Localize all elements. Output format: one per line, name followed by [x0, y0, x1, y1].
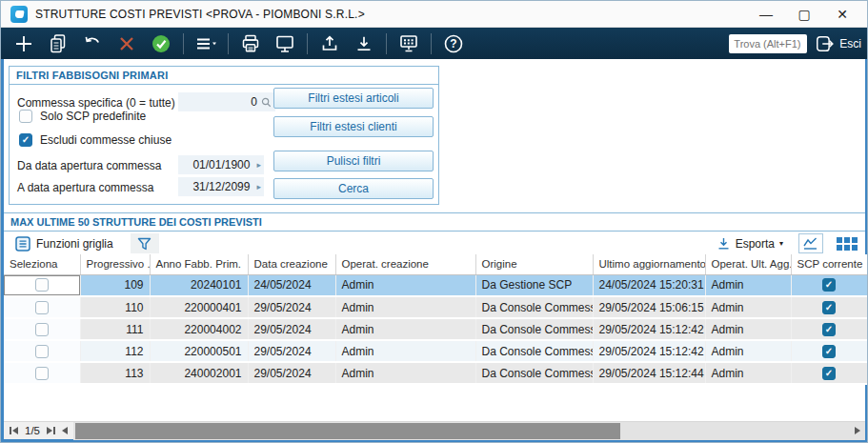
- delete-icon[interactable]: [110, 30, 144, 57]
- scp-corrente-checkbox[interactable]: [822, 301, 836, 314]
- undo-icon[interactable]: [75, 30, 110, 57]
- screen-icon[interactable]: [268, 30, 302, 57]
- copy-icon[interactable]: [41, 30, 75, 57]
- grid-section-title: MAX ULTIME 50 STRUTTURE DEI COSTI PREVIS…: [4, 212, 865, 232]
- col-operat-creazione[interactable]: Operat. creazione: [335, 254, 475, 274]
- col-seleziona[interactable]: Seleziona: [4, 254, 80, 274]
- commessa-label: Commessa specifica (0 = tutte): [17, 96, 175, 110]
- grid-functions-icon: [15, 236, 30, 252]
- search-icon[interactable]: [261, 97, 272, 108]
- cell-progressivo: 110: [80, 296, 150, 318]
- row-select-checkbox[interactable]: [35, 345, 49, 358]
- cell-ultimo-aggiornamento: 24/05/2024 15:20:31: [593, 274, 705, 296]
- cell-ultimo-aggiornamento: 29/05/2024 15:06:15: [593, 296, 705, 318]
- esporta-button[interactable]: Esporta ▾: [717, 237, 783, 251]
- pagination-bar: 1/5: [4, 421, 865, 439]
- table-row[interactable]: 11022000040129/05/2024AdminDa Console Co…: [4, 296, 867, 318]
- cell-scp-corrente: [791, 274, 867, 296]
- menu-icon[interactable]: [189, 30, 223, 57]
- col-scp-corrente[interactable]: SCP corrente: [791, 254, 867, 274]
- table-row[interactable]: 1092024010124/05/2024AdminDa Gestione SC…: [4, 274, 867, 296]
- table-row[interactable]: 11122000400229/05/2024AdminDa Console Co…: [4, 318, 867, 340]
- col-progressivo[interactable]: Progressivo ..: [80, 254, 150, 274]
- scp-corrente-checkbox[interactable]: [822, 367, 836, 380]
- new-icon[interactable]: [7, 30, 41, 57]
- help-icon[interactable]: ?: [436, 30, 471, 57]
- grid-toolbar: Funzioni griglia Esporta ▾: [4, 232, 865, 254]
- close-icon[interactable]: ✕: [823, 2, 861, 27]
- cell-scp-corrente: [791, 296, 867, 318]
- da-data-label: Da data apertura commessa: [17, 159, 161, 172]
- upload-icon[interactable]: [313, 30, 347, 57]
- cell-progressivo: 112: [80, 340, 150, 362]
- cell-operat-ult-agg: Admin: [705, 318, 791, 340]
- table-row[interactable]: 11324000200129/05/2024AdminDa Console Co…: [4, 362, 867, 384]
- cell-scp-corrente: [791, 340, 867, 362]
- funzioni-griglia-button[interactable]: Funzioni griglia: [11, 234, 117, 253]
- cell-operat-creazione: Admin: [335, 274, 475, 296]
- table-row[interactable]: 11222000050129/05/2024AdminDa Console Co…: [4, 340, 867, 362]
- cell-data-creazione: 29/05/2024: [248, 318, 335, 340]
- da-data-dropdown-icon[interactable]: ▸: [253, 160, 264, 170]
- filtri-estesi-articoli-button[interactable]: Filtri estesi articoli: [273, 88, 434, 109]
- virtual-keyboard-icon[interactable]: [392, 30, 426, 57]
- find-input[interactable]: [729, 34, 807, 53]
- cell-scp-corrente: [791, 318, 867, 340]
- col-data-creazione[interactable]: Data creazione: [248, 254, 335, 274]
- cell-anno-fabb-prim: 220000501: [150, 340, 248, 362]
- solo-scp-checkbox[interactable]: [19, 110, 32, 123]
- scroll-right-button[interactable]: [850, 422, 865, 440]
- content-area: FILTRI FABBISOGNI PRIMARI Commessa speci…: [1, 59, 867, 442]
- col-anno-fabb-prim[interactable]: Anno Fabb. Prim.: [150, 254, 248, 274]
- horizontal-scrollbar[interactable]: [73, 422, 850, 440]
- cell-origine: Da Console Commessa: [475, 340, 593, 362]
- app-window: STRUTTURE COSTI PREVISTI <PROVA - PIOMBO…: [0, 0, 868, 443]
- escludi-commesse-checkbox[interactable]: [19, 133, 32, 147]
- esporta-caret-icon: ▾: [779, 239, 783, 248]
- a-data-dropdown-icon[interactable]: ▸: [253, 182, 264, 191]
- filter-panel-title: FILTRI FABBISOGNI PRIMARI: [10, 67, 438, 85]
- row-select-checkbox[interactable]: [35, 323, 49, 336]
- col-ultimo-aggiornamento[interactable]: Ultimo aggiornamento: [593, 254, 705, 274]
- scp-corrente-checkbox[interactable]: [822, 278, 836, 292]
- exit-button[interactable]: Esci: [815, 33, 861, 54]
- confirm-icon[interactable]: [144, 30, 178, 57]
- download-icon[interactable]: [347, 30, 381, 57]
- cell-anno-fabb-prim: 220000401: [150, 296, 248, 318]
- cell-seleziona: [4, 274, 80, 296]
- cell-operat-ult-agg: Admin: [705, 274, 791, 296]
- cell-ultimo-aggiornamento: 29/05/2024 15:12:44: [593, 362, 705, 384]
- row-select-checkbox[interactable]: [35, 301, 49, 314]
- scp-corrente-checkbox[interactable]: [822, 323, 836, 336]
- cell-operat-creazione: Admin: [335, 362, 475, 384]
- da-data-input[interactable]: 01/01/1900 ▸: [178, 155, 264, 174]
- scrollbar-thumb[interactable]: [75, 423, 620, 439]
- minimize-icon[interactable]: —: [747, 2, 785, 27]
- cell-anno-fabb-prim: 20240101: [150, 274, 248, 296]
- print-icon[interactable]: [233, 30, 268, 57]
- chart-icon: [802, 236, 819, 251]
- a-data-input[interactable]: 31/12/2099 ▸: [178, 177, 264, 196]
- cell-anno-fabb-prim: 240002001: [150, 362, 248, 384]
- cell-data-creazione: 29/05/2024: [248, 362, 335, 384]
- titlebar: STRUTTURE COSTI PREVISTI <PROVA - PIOMBO…: [1, 1, 867, 28]
- cell-data-creazione: 24/05/2024: [248, 274, 335, 296]
- pulisci-filtri-button[interactable]: Pulisci filtri: [273, 151, 434, 171]
- cell-progressivo: 111: [80, 318, 150, 340]
- row-select-checkbox[interactable]: [35, 367, 49, 380]
- cerca-button[interactable]: Cerca: [273, 178, 434, 199]
- cell-data-creazione: 29/05/2024: [248, 340, 335, 362]
- maximize-icon[interactable]: ▢: [785, 2, 823, 27]
- col-origine[interactable]: Origine: [475, 254, 593, 274]
- filtri-estesi-clienti-button[interactable]: Filtri estesi clienti: [273, 116, 434, 137]
- row-select-checkbox[interactable]: [35, 278, 49, 292]
- scp-corrente-checkbox[interactable]: [822, 345, 836, 358]
- first-page-button[interactable]: [10, 427, 18, 434]
- last-page-button[interactable]: [47, 427, 55, 434]
- grid-view-icon[interactable]: [837, 237, 858, 251]
- commessa-input[interactable]: 0: [178, 92, 275, 111]
- scroll-left-button[interactable]: [62, 427, 68, 434]
- col-operat-ult-agg[interactable]: Operat. Ult. Agg.: [705, 254, 791, 274]
- filter-funnel-button[interactable]: [131, 233, 159, 253]
- chart-view-button[interactable]: [798, 233, 823, 253]
